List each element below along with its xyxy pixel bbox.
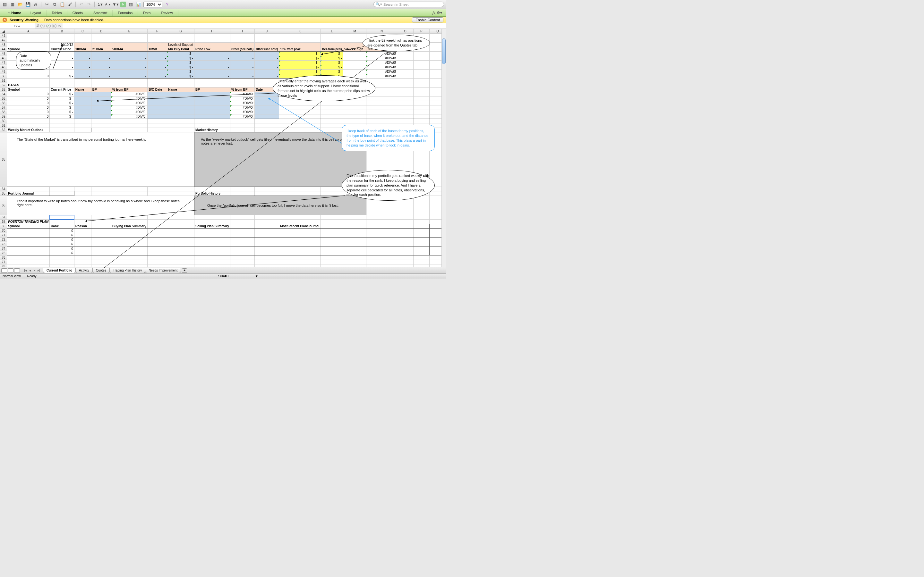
cell-E41[interactable] bbox=[111, 34, 147, 38]
cell-M77[interactable] bbox=[343, 260, 366, 264]
cell-J64[interactable] bbox=[255, 187, 279, 191]
cell-H60[interactable] bbox=[194, 119, 230, 123]
cell-O48[interactable] bbox=[397, 65, 413, 69]
cell-N76[interactable] bbox=[367, 255, 397, 260]
cell-F75[interactable] bbox=[148, 251, 167, 255]
cell-B60[interactable] bbox=[50, 119, 74, 123]
row-header-76[interactable]: 76 bbox=[0, 255, 7, 260]
cell-B75[interactable]: 0 bbox=[50, 251, 74, 255]
cell-M72[interactable] bbox=[343, 237, 366, 242]
cell-J60[interactable] bbox=[255, 119, 279, 123]
sheet-tab-needs-improvement[interactable]: Needs Improvement bbox=[145, 268, 181, 273]
cell-F65[interactable] bbox=[148, 191, 167, 196]
cell-N45[interactable]: #DIV/0! bbox=[367, 52, 397, 56]
cell-D47[interactable]: - bbox=[91, 61, 111, 65]
cell-I53[interactable]: % from BP bbox=[230, 87, 255, 92]
cell-J68[interactable] bbox=[255, 219, 279, 224]
cell-F50[interactable]: - bbox=[148, 74, 167, 79]
cell-N56[interactable] bbox=[367, 101, 397, 105]
cell-O45[interactable] bbox=[397, 52, 413, 56]
cell-C45[interactable]: - bbox=[74, 52, 91, 56]
cell-N71[interactable] bbox=[367, 233, 397, 237]
name-box-dropdown-icon[interactable]: ⇵ bbox=[35, 24, 40, 28]
cell-K77[interactable] bbox=[279, 260, 320, 264]
cell-M73[interactable] bbox=[343, 242, 366, 247]
cell-J62[interactable] bbox=[255, 128, 279, 132]
cell-K75[interactable] bbox=[279, 251, 320, 255]
cell-P45[interactable] bbox=[413, 52, 429, 56]
cell-N58[interactable] bbox=[367, 110, 397, 114]
cell-F56[interactable] bbox=[148, 101, 167, 105]
row-header-73[interactable]: 73 bbox=[0, 242, 7, 247]
cell-J43[interactable] bbox=[255, 43, 279, 47]
row-header-50[interactable]: 50 bbox=[0, 74, 7, 79]
accept-formula-icon[interactable]: ✓ bbox=[46, 24, 51, 28]
cell-O49[interactable] bbox=[397, 69, 413, 74]
cell-J67[interactable] bbox=[255, 215, 279, 219]
cell-A52[interactable]: BASES bbox=[7, 83, 50, 87]
cell-D74[interactable] bbox=[91, 247, 111, 251]
cell-C69[interactable]: Reason bbox=[74, 224, 91, 229]
cell-B70[interactable]: 0 bbox=[50, 229, 74, 233]
cell-O51[interactable] bbox=[397, 79, 413, 83]
cell-P59[interactable] bbox=[413, 114, 429, 119]
cell-D68[interactable] bbox=[91, 219, 111, 224]
col-header-P[interactable]: P bbox=[413, 29, 429, 34]
cell-A62[interactable]: Weekly Market Outlook bbox=[7, 128, 50, 132]
cell-J74[interactable] bbox=[255, 247, 279, 251]
row-header-54[interactable]: 54 bbox=[0, 92, 7, 97]
cell-M56[interactable] bbox=[343, 101, 366, 105]
cell-C68[interactable] bbox=[74, 219, 91, 224]
cell-K68[interactable] bbox=[279, 219, 320, 224]
cell-L62[interactable] bbox=[320, 128, 343, 132]
sheet-tab-activity[interactable]: Activity bbox=[75, 268, 93, 273]
cell-D65[interactable] bbox=[91, 191, 111, 196]
cell-C57[interactable] bbox=[74, 105, 91, 110]
cell-C42[interactable] bbox=[74, 38, 91, 43]
redo-icon[interactable]: ↷ bbox=[86, 2, 92, 7]
cell-H62[interactable]: Market History bbox=[194, 128, 230, 132]
cell-P55[interactable] bbox=[413, 97, 429, 101]
cell-P67[interactable] bbox=[413, 215, 429, 219]
cell-F59[interactable] bbox=[148, 114, 167, 119]
cell-F58[interactable] bbox=[148, 110, 167, 114]
cell-O73[interactable] bbox=[397, 242, 413, 247]
copy-icon[interactable]: ⧉ bbox=[52, 2, 57, 7]
cell-J45[interactable]: - bbox=[255, 52, 279, 56]
cell-K61[interactable] bbox=[279, 123, 320, 128]
cell-L75[interactable] bbox=[320, 251, 343, 255]
cell-B42[interactable] bbox=[50, 38, 74, 43]
cell-K44[interactable]: 10% from peak bbox=[279, 47, 320, 52]
cell-H63[interactable]: As the "weekly market outlook" cell gets… bbox=[194, 132, 367, 187]
cell-F74[interactable] bbox=[148, 247, 167, 251]
cell-J48[interactable]: - bbox=[255, 65, 279, 69]
col-header-B[interactable]: B bbox=[50, 29, 74, 34]
row-header-72[interactable]: 72 bbox=[0, 237, 7, 242]
cell-D48[interactable]: - bbox=[91, 65, 111, 69]
cell-L76[interactable] bbox=[320, 255, 343, 260]
cell-L49[interactable]: $ - bbox=[320, 69, 343, 74]
cell-G50[interactable]: $ - bbox=[167, 74, 194, 79]
fx-toolbar-icon[interactable]: fx bbox=[120, 2, 126, 7]
cell-H52[interactable] bbox=[194, 83, 230, 87]
filter-icon[interactable]: ▼▾ bbox=[113, 2, 118, 7]
cell-E55[interactable]: #DIV/0! bbox=[111, 97, 147, 101]
cell-G76[interactable] bbox=[167, 255, 194, 260]
cell-P72[interactable] bbox=[413, 237, 429, 242]
cell-C60[interactable] bbox=[74, 119, 91, 123]
cell-L77[interactable] bbox=[320, 260, 343, 264]
cell-H51[interactable] bbox=[194, 79, 230, 83]
cell-F42[interactable] bbox=[148, 38, 167, 43]
workbook-icon[interactable]: ▦ bbox=[10, 2, 15, 7]
cell-I56[interactable]: #DIV/0! bbox=[230, 101, 255, 105]
cell-D69[interactable] bbox=[91, 224, 111, 229]
cell-I74[interactable] bbox=[230, 247, 255, 251]
enable-content-button[interactable]: Enable Content bbox=[412, 17, 443, 23]
cell-I61[interactable] bbox=[230, 123, 255, 128]
cell-P70[interactable] bbox=[413, 229, 429, 233]
cell-L60[interactable] bbox=[320, 119, 343, 123]
cell-G65[interactable] bbox=[167, 191, 194, 196]
cell-K62[interactable] bbox=[279, 128, 320, 132]
cell-P48[interactable] bbox=[413, 65, 429, 69]
cell-M58[interactable] bbox=[343, 110, 366, 114]
